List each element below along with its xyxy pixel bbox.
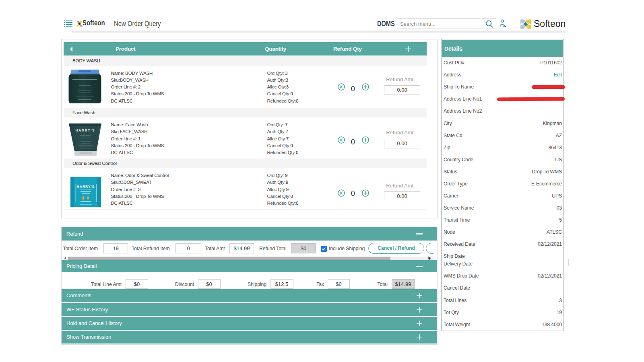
svg-text:HARRY'S: HARRY'S — [76, 128, 95, 132]
svg-text:HARRY'S: HARRY'S — [76, 185, 95, 189]
